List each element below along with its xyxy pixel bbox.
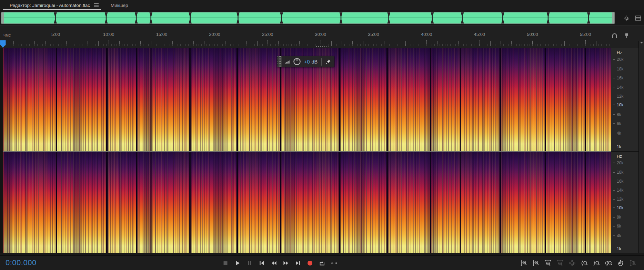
waveform-display: +0 dB Hz20k18k16k14k12k10k8k6k4k1k Hz20k… <box>0 48 644 253</box>
panel-menu-icon[interactable] <box>635 15 641 21</box>
tab-bar: Редактор: Jamiroquai - Automaton.flac Ми… <box>0 0 644 10</box>
pin-icon[interactable] <box>325 59 331 65</box>
track-boundary-gap <box>584 152 586 253</box>
timeline-ruler[interactable]: чмс 5:0010:0015:0020:0025:0030:0035:0040… <box>0 26 644 48</box>
panel-menu-icon[interactable] <box>93 3 99 8</box>
track-boundary-gap <box>189 152 191 253</box>
vertical-scrollbar[interactable] <box>638 41 644 253</box>
zoom-in-vertical-button[interactable] <box>520 260 528 266</box>
track-boundary-gap <box>386 152 388 253</box>
headphones-icon[interactable] <box>612 33 617 39</box>
frequency-tick-label: 4k <box>613 131 621 136</box>
frequency-tick-label: 6k <box>613 121 621 126</box>
ruler-time-label: 15:00 <box>156 32 168 37</box>
frequency-tick-label: 18k <box>613 67 623 71</box>
track-boundary-gap <box>544 152 546 253</box>
zoom-in-at-in-point-button[interactable] <box>581 260 588 266</box>
ruler-time-label: 45:00 <box>474 32 485 37</box>
track-boundary-gap <box>105 152 108 253</box>
ruler-time-label: 30:00 <box>315 32 326 37</box>
fast-forward-button[interactable] <box>283 260 289 266</box>
frequency-tick-label: 1k <box>613 247 621 251</box>
ruler-time-label: 35:00 <box>368 32 379 37</box>
frequency-scale-left[interactable]: Hz20k18k16k14k12k10k8k6k4k1k <box>611 48 638 151</box>
track-boundary-gap <box>189 48 191 151</box>
track-boundary-gap <box>460 152 461 253</box>
frequency-scale-right[interactable]: Hz20k18k16k14k12k10k8k6k4k1k <box>611 152 638 253</box>
rewind-button[interactable] <box>271 260 277 266</box>
ruler-time-label: 55:00 <box>580 32 591 37</box>
frequency-tick-label: 10k <box>613 103 623 107</box>
status-bar: 0:00.000 <box>0 255 644 270</box>
frequency-tick-label: 12k <box>613 197 623 202</box>
track-boundary-gap <box>499 152 501 253</box>
frequency-tick-label: 1k <box>613 144 621 149</box>
frequency-tick-label: 12k <box>613 94 623 99</box>
hud-dock-grip[interactable] <box>315 45 331 47</box>
frequency-tick-label: 8k <box>613 112 621 117</box>
record-button[interactable] <box>307 260 313 266</box>
overview-waveform[interactable] <box>1 12 615 24</box>
track-boundary-gap <box>236 152 239 253</box>
stop-button[interactable] <box>222 260 229 266</box>
audio-editor-window: Редактор: Jamiroquai - Automaton.flac Ми… <box>0 0 644 270</box>
zoom-reset-button[interactable] <box>568 260 576 266</box>
playhead-line <box>3 48 3 151</box>
track-boundary-gap <box>150 48 152 151</box>
ruler-time-label: 20:00 <box>209 32 220 37</box>
frequency-tick-label: 20k <box>613 161 623 165</box>
pause-button[interactable] <box>246 260 253 266</box>
skip-to-end-button[interactable] <box>295 260 301 266</box>
frequency-tick-label: 16k <box>613 179 623 184</box>
frequency-tick-label: 8k <box>613 215 621 220</box>
track-boundary-gap <box>136 152 138 253</box>
volume-hud[interactable]: +0 dB <box>277 56 334 67</box>
overview-range-handle-left[interactable] <box>1 12 4 23</box>
time-display[interactable]: 0:00.000 <box>6 258 37 267</box>
hud-gain-unit: dB <box>312 59 318 65</box>
overview-centerline <box>1 18 614 18</box>
volume-knob-icon[interactable] <box>293 58 301 66</box>
loop-playback-button[interactable] <box>319 260 325 266</box>
track-boundary-gap <box>105 48 108 151</box>
overview-row <box>0 10 644 26</box>
level-bars-icon <box>285 59 290 64</box>
zoom-in-horizontal-button[interactable] <box>544 260 552 266</box>
track-boundary-gap <box>499 48 501 151</box>
frequency-tick-label: 14k <box>613 188 623 193</box>
zoom-in-at-out-point-button[interactable] <box>593 260 600 266</box>
track-boundary-gap <box>136 48 138 151</box>
overview-range-handle-right[interactable] <box>612 12 614 23</box>
frequency-tick-label: 10k <box>613 205 623 210</box>
zoom-out-vertical-button[interactable] <box>532 260 540 266</box>
track-boundary-gap <box>386 48 388 151</box>
chevron-down-icon[interactable] <box>640 41 643 44</box>
drag-grip-icon[interactable] <box>278 56 282 67</box>
frequency-tick-label: 4k <box>613 233 621 238</box>
ruler-time-label: 10:00 <box>103 32 114 37</box>
skip-selection-button[interactable] <box>331 260 337 266</box>
track-boundary-gap <box>430 152 431 253</box>
playhead-handle[interactable] <box>0 40 6 48</box>
tab-mixer[interactable]: Микшер <box>104 0 135 10</box>
frequency-unit-label: Hz <box>617 154 622 159</box>
track-boundary-gap <box>584 48 586 151</box>
skip-to-start-button[interactable] <box>259 260 265 266</box>
marker-icon[interactable] <box>624 33 630 39</box>
track-boundary-gap <box>56 48 57 151</box>
timer-button[interactable] <box>617 260 624 266</box>
zoom-out-horizontal-button[interactable] <box>556 260 564 266</box>
zoom-to-selection-button[interactable] <box>605 260 612 266</box>
frequency-tick-label: 18k <box>613 170 623 175</box>
navigate-zoom-icon[interactable] <box>623 15 630 21</box>
zoom-full-vertical-button[interactable] <box>629 260 636 266</box>
tab-editor[interactable]: Редактор: Jamiroquai - Automaton.flac <box>0 0 104 10</box>
ruler-time-label: 5:00 <box>51 32 60 37</box>
play-button[interactable] <box>234 260 241 266</box>
frequency-tick-label: 20k <box>613 57 623 62</box>
spectrogram-channel-right[interactable] <box>3 152 611 253</box>
track-boundary-gap <box>338 152 341 253</box>
hud-gain-value[interactable]: +0 <box>304 59 310 65</box>
ruler-time-label: 25:00 <box>262 32 273 37</box>
track-boundary-gap <box>460 48 461 151</box>
